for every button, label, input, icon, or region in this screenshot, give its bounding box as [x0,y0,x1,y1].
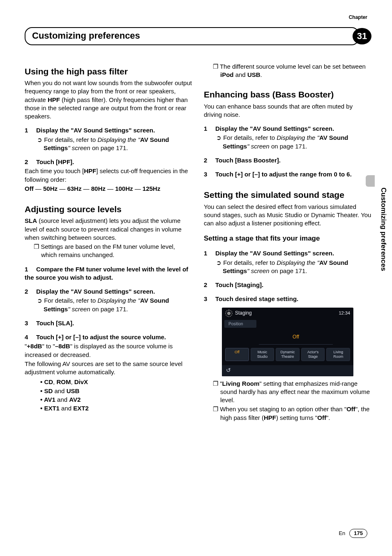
sla-step-3: 3Touch [SLA]. [25,319,192,327]
hpf-step-2: 2Touch [HPF]. [25,158,192,166]
chapter-label: Chapter [349,14,367,21]
footer-lang: En [339,530,345,537]
sla-step-1: 1Compare the FM tuner volume level with … [25,265,192,282]
bass-heading: Enhancing bass (Bass Booster) [204,89,371,100]
screenshot-header: Staging 12:34 [222,308,353,318]
back-button[interactable]: ↺ [222,365,353,376]
hpf-step-2-desc: Each time you touch [HPF] selects cut-of… [25,167,192,184]
staging-options-row: Off MusicStudio DynamicTheatre Actor'sSt… [222,348,353,363]
sla-heading: Adjusting source levels [25,204,192,215]
xref: ➲ For details, refer to Displaying the "… [37,297,192,313]
staging-option-actors-stage[interactable]: Actor'sStage [301,348,325,361]
right-column: ❐ The different source volume level can … [204,60,371,423]
sla-source-list: CD, ROM, DivX SD and USB AV1 and AV2 EXT… [40,378,192,412]
staging-option-dynamic-theatre[interactable]: DynamicTheatre [276,348,300,361]
list-item: CD, ROM, DivX [40,378,192,386]
stage-intro: You can select the desired effect from v… [204,203,371,228]
page-footer: En 175 [339,529,367,538]
side-tab-marker [366,175,375,187]
footer-page-number: 175 [349,529,367,538]
sla-step-4: 4Touch [+] or [–] to adjust the source v… [25,333,192,341]
staging-current-value: Off [259,332,333,345]
left-column: Using the high pass filter When you do n… [25,60,192,423]
stage-note-2: ❐ When you set staging to an option othe… [213,405,371,422]
stage-note-1: ❐ "Living Room" setting that emphasizes … [213,380,371,405]
staging-option-off[interactable]: Off [225,348,249,361]
list-item: EXT1 and EXT2 [40,404,192,412]
position-button[interactable]: Position [224,320,256,328]
screenshot-body: Position Off Off MusicStudio DynamicThea… [222,318,353,365]
stage-heading: Setting the simulated sound stage [204,189,371,201]
hpf-intro: When you do not want low sounds from the… [25,79,192,120]
hpf-step-1: 1Display the "AV Sound Settings" screen. [25,126,192,134]
staging-screenshot: Staging 12:34 Position Off Off MusicStud… [222,308,353,376]
gear-icon [225,310,233,317]
sla-intro: SLA (source level adjustment) lets you a… [25,217,192,242]
chapter-header: Customizing preferences 31 [25,27,371,45]
hpf-sequence: Off — 50Hz — 63Hz — 80Hz — 100Hz — 125Hz [25,185,192,193]
xref: ➲ For details, refer to Displaying the "… [37,136,192,153]
bass-step-2: 2Touch [Bass Booster]. [204,156,371,164]
manual-page: Chapter Customizing preferences 31 Custo… [0,0,392,556]
chapter-number-badge: 31 [353,28,371,44]
xref: ➲ For details, refer to Displaying the "… [216,259,371,276]
screenshot-clock: 12:34 [339,310,350,316]
bass-step-1: 1Display the "AV Sound Settings" screen. [204,125,371,133]
sla-auto-note: The following AV sources are set to the … [25,360,192,377]
bass-intro: You can enhance bass sounds that are oft… [204,102,371,119]
source-volume-note: ❐ The different source volume level can … [213,63,371,79]
staging-option-living-room[interactable]: LivingRoom [326,348,350,361]
bass-step-3: 3Touch [+] or [–] to adjust the range fr… [204,170,371,178]
sla-note: ❐ Settings are based on the FM tuner vol… [34,243,192,259]
stage-subheading: Setting a stage that fits your image [204,234,371,243]
sla-step-2: 2Display the "AV Sound Settings" screen. [25,287,192,296]
sla-step-4-desc: "+8dB" to "–8dB" is displayed as the sou… [25,342,192,359]
xref: ➲ For details, refer to Displaying the "… [216,134,371,151]
hpf-heading: Using the high pass filter [25,66,192,77]
stage-step-3: 3Touch desired stage setting. [204,295,371,303]
stage-step-2: 2Touch [Staging]. [204,281,371,289]
screenshot-title: Staging [235,310,252,316]
list-item: AV1 and AV2 [40,396,192,404]
side-tab-text: Customizing preferences [378,188,388,271]
staging-option-music-studio[interactable]: MusicStudio [251,348,274,361]
stage-step-1: 1Display the "AV Sound Settings" screen. [204,249,371,257]
list-item: SD and USB [40,387,192,395]
chapter-title: Customizing preferences [25,27,359,45]
